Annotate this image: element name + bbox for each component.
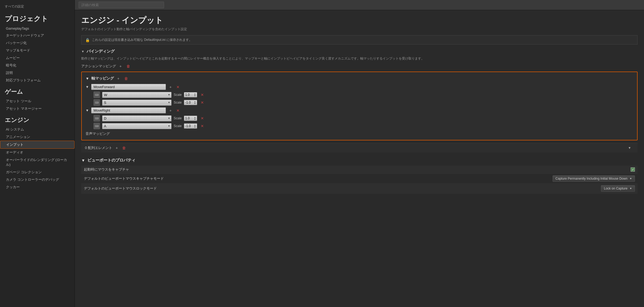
scale-val-w[interactable]: 1.0 <box>185 93 193 97</box>
keyboard-icon-w: ⌨ <box>94 92 100 98</box>
sidebar-item-maps-modes[interactable]: マップ＆モード <box>0 47 75 54</box>
key-row-d: ⌨ D Scale 1.0 ▲ ▼ <box>94 115 633 121</box>
main-content: エンジン - インプット デフォルトのインプット動作と軸バインディングを含めたイ… <box>75 0 644 307</box>
prop-row-capture-mode: デフォルトのビューポートマウスキャプチャモード Capture Permanen… <box>81 174 638 184</box>
info-box: 🔒 これらの設定は現在書き込み可能な DefaultInput.ini に保存さ… <box>81 35 638 45</box>
moveforward-delete-btn[interactable]: ✕ <box>175 84 181 90</box>
action-mapping-label: アクションマッピング <box>81 64 116 69</box>
sidebar-item-packaging[interactable]: パッケージ化 <box>0 39 75 47</box>
audio-mapping-label: 音声マッピング <box>86 131 110 136</box>
viewport-section-title: ビューポートのプロパティ <box>87 158 135 163</box>
axis-mapping-label: 軸マッピング <box>91 76 114 81</box>
scale-val-d[interactable]: 1.0 <box>185 116 193 120</box>
key-select-wrapper-d: D <box>102 115 172 121</box>
key-row-a: ⌨ A Scale -1.0 ▲ ▼ <box>94 123 633 129</box>
scale-arrows-s[interactable]: ▲ ▼ <box>194 101 196 104</box>
array-element-label: 0 配列エレメント <box>85 145 112 150</box>
array-element-row: 0 配列エレメント + 🗑 ▼ <box>81 143 638 152</box>
lock-mode-dropdown-arrow: ▼ <box>630 187 632 190</box>
action-mapping-add-btn[interactable]: + <box>118 64 123 69</box>
key-select-wrapper-a: A <box>102 123 172 129</box>
prop-value-lock-mode: Lock on Capture ▼ <box>601 185 635 192</box>
sidebar-top-link[interactable]: すべての設定 <box>0 3 75 10</box>
bindings-header: ▼ バインディング <box>81 49 638 54</box>
sidebar-item-animation[interactable]: アニメーション <box>0 133 75 141</box>
moveforward-add-btn[interactable]: + <box>168 84 173 90</box>
prop-row-lock-mode: デフォルトのビューポートマウスロックモード Lock on Capture ▼ <box>81 184 638 194</box>
sidebar-item-camera-debug[interactable]: カメラ コントローラーのデバッグ <box>0 176 75 183</box>
action-mapping-row: アクションマッピング + 🗑 <box>81 64 638 69</box>
page-subtitle: デフォルトのインプット動作と軸バインディングを含めたインプット設定 <box>81 27 638 32</box>
moveright-delete-btn[interactable]: ✕ <box>175 108 181 113</box>
mapping-entry-moveright: ▼ + ✕ ⌨ D Scale <box>86 107 633 129</box>
scale-arrows-w[interactable]: ▲ ▼ <box>194 93 196 97</box>
array-add-btn[interactable]: + <box>114 145 119 151</box>
scale-label-d: Scale <box>174 116 182 120</box>
sidebar-engine-title: エンジン <box>0 112 75 126</box>
sidebar-item-ai[interactable]: AI システム <box>0 126 75 133</box>
sidebar-item-asset-tools[interactable]: アセット ツール <box>0 97 75 105</box>
array-add-delete-btns: + 🗑 <box>114 145 127 151</box>
scale-input-d: 1.0 ▲ ▼ <box>184 116 197 121</box>
axis-mapping-delete-btn[interactable]: 🗑 <box>123 76 129 81</box>
key-select-w[interactable]: W <box>102 92 172 98</box>
scale-val-a[interactable]: -1.0 <box>185 124 193 128</box>
sidebar-item-garbage-collection[interactable]: ガベージ コレクション <box>0 168 75 176</box>
bindings-desc: 動作と軸マッピングは、インプットビヘイビアとこれを起動するキーの間にレイヤー概念… <box>81 56 638 61</box>
capture-mouse-checkbox[interactable]: ✓ <box>631 167 635 172</box>
sidebar-item-crypto[interactable]: 暗号化 <box>0 62 75 69</box>
prop-value-capture-mouse: ✓ <box>631 167 635 172</box>
key-d-delete-btn[interactable]: ✕ <box>199 116 205 121</box>
lock-mode-dropdown[interactable]: Lock on Capture ▼ <box>601 185 635 192</box>
moveright-name-input[interactable] <box>91 107 166 113</box>
sidebar-item-rendering-override[interactable]: オーバーライドのレンダリング (ローカル) <box>0 156 75 168</box>
viewport-section: ▼ ビューポートのプロパティ 起動時にマウスをキャプチャ ✓ デフォルトのビュー… <box>81 158 638 194</box>
viewport-collapse-arrow[interactable]: ▼ <box>81 158 85 163</box>
sidebar-item-audio[interactable]: オーディオ <box>0 149 75 156</box>
sidebar-project-title: プロジェクト <box>0 10 75 25</box>
sidebar-item-cooker[interactable]: クッカー <box>0 183 75 191</box>
scale-arrows-d[interactable]: ▲ ▼ <box>194 116 196 120</box>
mapping-entry-moveforward: ▼ + ✕ ⌨ W Scale <box>86 84 633 106</box>
sidebar-item-description[interactable]: 説明 <box>0 69 75 77</box>
sidebar-item-movies[interactable]: ムービー <box>0 54 75 62</box>
array-delete-btn[interactable]: 🗑 <box>121 145 127 151</box>
scale-input-s: -1.0 ▲ ▼ <box>184 100 197 105</box>
sidebar-item-target-hw[interactable]: ターゲットハードウェア <box>0 32 75 39</box>
sidebar-item-platforms[interactable]: 対応プラットフォーム <box>0 77 75 84</box>
divider-arrow: ▼ <box>628 146 631 150</box>
moveright-add-btn[interactable]: + <box>168 108 173 113</box>
prop-row-capture-mouse: 起動時にマウスをキャプチャ ✓ <box>81 166 638 174</box>
page-title: エンジン - インプット <box>81 15 638 26</box>
lock-mode-value: Lock on Capture <box>604 187 627 190</box>
scale-arrows-a[interactable]: ▲ ▼ <box>194 124 196 128</box>
scale-label-a: Scale <box>174 124 182 128</box>
capture-mode-dropdown[interactable]: Capture Permanently Including Initial Mo… <box>553 175 635 182</box>
key-row-w: ⌨ W Scale 1.0 ▲ ▼ <box>94 92 633 98</box>
sidebar: すべての設定 プロジェクト GameplayTags ターゲットハードウェア パ… <box>0 0 75 307</box>
bindings-collapse-arrow[interactable]: ▼ <box>81 50 84 53</box>
key-select-wrapper-s: S <box>102 100 172 106</box>
search-input[interactable] <box>79 2 164 8</box>
axis-mapping-add-btn[interactable]: + <box>116 76 121 81</box>
action-mapping-delete-btn[interactable]: 🗑 <box>125 64 131 69</box>
info-text: これらの設定は現在書き込み可能な DefaultInput.ini に保存されま… <box>92 38 192 42</box>
moveforward-collapse-arrow[interactable]: ▼ <box>86 85 89 89</box>
key-s-delete-btn[interactable]: ✕ <box>199 100 205 105</box>
axis-collapse-arrow[interactable]: ▼ <box>86 76 89 81</box>
moveright-collapse-arrow[interactable]: ▼ <box>86 108 89 112</box>
sidebar-item-gameplaytags[interactable]: GameplayTags <box>0 25 75 32</box>
key-row-s: ⌨ S Scale -1.0 ▲ ▼ <box>94 99 633 106</box>
key-a-delete-btn[interactable]: ✕ <box>199 123 205 129</box>
scale-label-w: Scale <box>174 93 182 97</box>
key-select-d[interactable]: D <box>102 115 172 121</box>
axis-mapping-header: ▼ 軸マッピング + 🗑 <box>86 76 633 81</box>
moveforward-name-input[interactable] <box>91 84 166 90</box>
key-w-delete-btn[interactable]: ✕ <box>199 92 205 97</box>
key-select-s[interactable]: S <box>102 100 172 106</box>
sidebar-game-title: ゲーム <box>0 84 75 97</box>
sidebar-item-asset-manager[interactable]: アセット マネージャー <box>0 105 75 112</box>
sidebar-item-input[interactable]: インプット <box>0 141 75 149</box>
scale-val-s[interactable]: -1.0 <box>185 101 193 104</box>
key-select-a[interactable]: A <box>102 123 172 129</box>
